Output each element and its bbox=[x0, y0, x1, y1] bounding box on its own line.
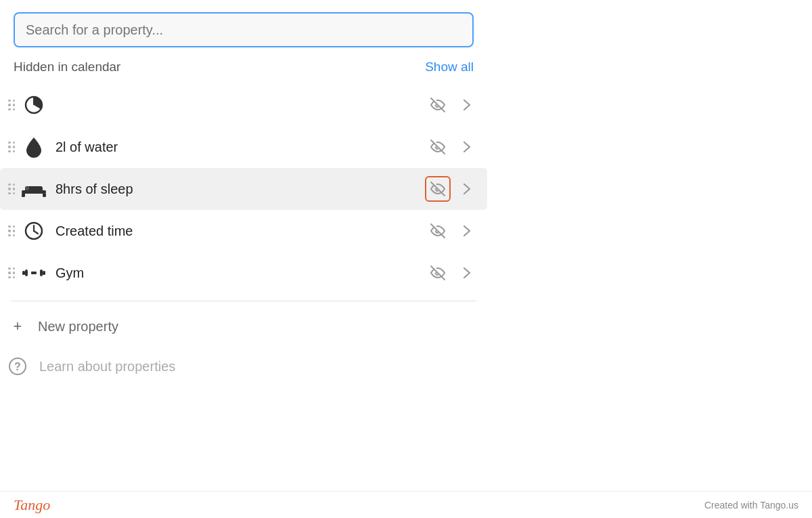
property-item-created-time: Created time bbox=[0, 210, 487, 252]
show-all-button[interactable]: Show all bbox=[425, 60, 474, 74]
svg-rect-12 bbox=[22, 271, 25, 275]
drag-dot bbox=[8, 100, 11, 102]
visibility-toggle-pie[interactable] bbox=[425, 92, 451, 118]
property-name-sleep: 8hrs of sleep bbox=[55, 181, 425, 197]
svg-line-9 bbox=[34, 231, 38, 234]
drag-dot bbox=[13, 146, 16, 148]
drag-dot bbox=[13, 267, 16, 270]
footer: Tango Created with Tango.us bbox=[0, 491, 812, 518]
drag-handle[interactable] bbox=[5, 181, 22, 198]
property-name-created-time: Created time bbox=[55, 223, 425, 239]
learn-icon: ? bbox=[5, 354, 30, 379]
property-name-water: 2l of water bbox=[55, 139, 425, 155]
chevron-right-btn-sleep[interactable] bbox=[457, 179, 476, 198]
drag-dot bbox=[8, 142, 11, 144]
property-actions bbox=[425, 176, 476, 202]
drag-dot bbox=[13, 188, 16, 190]
drag-dot bbox=[8, 188, 11, 190]
drag-dot bbox=[8, 150, 11, 153]
learn-row[interactable]: ? Learn about properties bbox=[0, 345, 487, 388]
drag-dot bbox=[8, 146, 11, 148]
section-header: Hidden in calendar Show all bbox=[0, 60, 487, 84]
drag-dot bbox=[13, 276, 16, 279]
svg-rect-4 bbox=[43, 193, 46, 197]
tango-logo: Tango bbox=[14, 496, 50, 514]
drag-dot bbox=[8, 276, 11, 279]
drag-dot bbox=[13, 192, 16, 195]
sleep-icon bbox=[22, 177, 46, 201]
drag-dot bbox=[13, 150, 16, 153]
gym-icon bbox=[22, 261, 46, 285]
property-actions bbox=[425, 134, 476, 160]
property-item-gym: Gym bbox=[0, 252, 487, 294]
property-item-sleep: 8hrs of sleep bbox=[0, 168, 487, 210]
drag-dot bbox=[13, 104, 16, 106]
chevron-right-btn-gym[interactable] bbox=[457, 263, 476, 282]
section-title: Hidden in calendar bbox=[14, 60, 120, 74]
drag-dot bbox=[13, 142, 16, 144]
drag-handle[interactable] bbox=[5, 97, 22, 114]
new-property-label: New property bbox=[38, 319, 118, 334]
drag-handle[interactable] bbox=[5, 265, 22, 282]
drag-dot bbox=[13, 108, 16, 111]
property-item-water: 2l of water bbox=[0, 126, 487, 168]
chevron-right-btn-water[interactable] bbox=[457, 137, 476, 156]
drag-dot bbox=[8, 108, 11, 111]
chevron-right-btn-created-time[interactable] bbox=[457, 221, 476, 240]
drag-dot bbox=[8, 272, 11, 274]
pie-chart-icon bbox=[22, 93, 46, 117]
visibility-toggle-created-time[interactable] bbox=[425, 218, 451, 244]
property-actions bbox=[425, 260, 476, 286]
drag-handle[interactable] bbox=[5, 139, 22, 156]
property-actions bbox=[425, 218, 476, 244]
learn-label: Learn about properties bbox=[39, 359, 175, 374]
svg-rect-10 bbox=[31, 272, 37, 274]
drag-dot bbox=[13, 230, 16, 232]
visibility-toggle-sleep[interactable] bbox=[425, 176, 451, 202]
drag-dot bbox=[8, 234, 11, 237]
visibility-toggle-water[interactable] bbox=[425, 134, 451, 160]
drag-dot bbox=[8, 104, 11, 106]
new-property-row[interactable]: + New property bbox=[0, 308, 487, 345]
plus-icon: + bbox=[5, 318, 30, 335]
drag-dot bbox=[13, 100, 16, 102]
visibility-toggle-gym[interactable] bbox=[425, 260, 451, 286]
drag-dot bbox=[8, 225, 11, 228]
drag-dot bbox=[8, 184, 11, 186]
section-divider bbox=[11, 301, 476, 301]
svg-rect-13 bbox=[40, 269, 43, 276]
svg-rect-14 bbox=[43, 271, 45, 275]
drag-dot bbox=[8, 230, 11, 232]
drag-dot bbox=[13, 234, 16, 237]
drag-dot bbox=[13, 184, 16, 186]
drag-dot bbox=[8, 192, 11, 195]
svg-text:?: ? bbox=[14, 361, 21, 372]
property-actions bbox=[425, 92, 476, 118]
svg-rect-3 bbox=[22, 193, 25, 197]
chevron-right-btn-pie[interactable] bbox=[457, 95, 476, 114]
clock-icon bbox=[22, 219, 46, 243]
drag-dot bbox=[13, 272, 16, 274]
main-container: Hidden in calendar Show all bbox=[0, 0, 812, 518]
water-drop-icon bbox=[22, 135, 46, 159]
svg-rect-11 bbox=[25, 269, 28, 276]
drag-dot bbox=[13, 225, 16, 228]
svg-point-6 bbox=[25, 186, 29, 190]
property-list: 2l of water bbox=[0, 84, 487, 294]
search-wrapper bbox=[0, 12, 812, 60]
property-item-pie-chart bbox=[0, 84, 487, 126]
property-name-gym: Gym bbox=[55, 265, 425, 281]
footer-credit: Created with Tango.us bbox=[704, 500, 798, 511]
search-input[interactable] bbox=[14, 12, 474, 47]
drag-handle[interactable] bbox=[5, 223, 22, 240]
drag-dot bbox=[8, 267, 11, 270]
